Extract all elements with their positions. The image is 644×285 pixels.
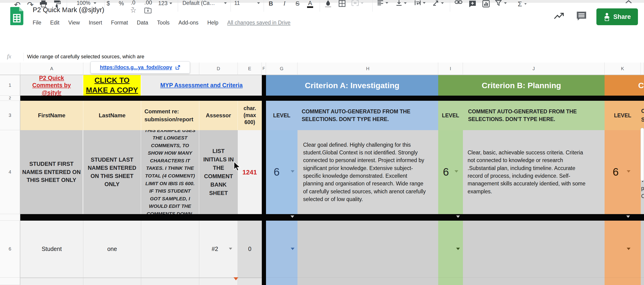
cell-g3-level[interactable]: LEVEL [266,101,298,130]
text-wrap-button[interactable] [412,0,428,5]
cell-l7[interactable] [641,278,644,285]
cell-a1[interactable]: P2 Quick Comments by @sjtylr [20,75,83,96]
sheets-logo-icon[interactable] [10,7,23,25]
cell-b6[interactable]: one [83,221,141,278]
cell-e6[interactable]: 0 [238,221,262,278]
cell-c4[interactable]: THIS EXAMPLE USES THE LONGEST COMMENTS, … [141,130,199,214]
col-header-d[interactable]: D [199,62,238,75]
cell-criterion-c-header[interactable]: Cr [604,75,644,96]
bold-button[interactable]: B [266,0,276,7]
text-color-button[interactable]: A [305,0,315,8]
cell-d6-dropdown-arrow[interactable] [229,248,232,250]
menu-insert[interactable]: Insert [89,19,102,26]
collapse-toolbar-button[interactable] [622,0,635,4]
cell-g6-dropdown-arrow[interactable] [291,248,294,250]
col-header-a[interactable]: A [20,62,83,75]
cell-i6-dropdown-arrow[interactable] [456,248,460,250]
cell-c6[interactable] [141,221,199,278]
cell-c3[interactable]: Comment re: submission/report [141,101,199,130]
increase-decimal-button[interactable]: .00 → [142,0,154,9]
row-header-7[interactable] [0,278,20,285]
col-header-k[interactable]: K [604,62,641,75]
col-header-e[interactable]: E [238,62,262,75]
paint-format-button[interactable] [52,0,62,8]
link-preview-url[interactable]: https://docs.g...ya_fodxl/copy [100,64,172,70]
select-all-corner[interactable] [0,62,20,75]
format-currency-button[interactable]: $ [103,0,114,7]
comment-history-icon[interactable] [576,11,587,21]
redo-button[interactable]: ↷ [25,0,36,9]
insert-chart-button[interactable] [480,0,492,7]
cell-l3-clipped[interactable]: C S [641,101,644,130]
filter-button[interactable] [493,0,509,6]
functions-button[interactable]: Σ [513,0,531,8]
cell-k6-level-c[interactable] [604,221,641,278]
cell-j7[interactable] [463,278,604,285]
cell-j4-comment-b[interactable]: Clear, basic, achievable success criteri… [463,130,604,214]
strikethrough-button[interactable]: S [292,0,302,7]
cell-i7[interactable] [438,278,463,285]
menu-addons[interactable]: Add-ons [178,19,198,26]
font-family-select[interactable]: Default (Ca… [182,0,227,6]
insert-link-button[interactable] [453,0,464,4]
cell-i3-level[interactable]: LEVEL [438,101,463,130]
cell-g4-dropdown-arrow[interactable] [291,170,294,173]
cell-b7[interactable] [83,278,141,285]
col-header-l[interactable] [641,62,644,75]
cell-b4[interactable]: STUDENT LAST NAMES ENTERED ON THIS SHEET… [83,130,141,214]
row-header-5[interactable] [0,214,20,221]
row-header-3[interactable]: 3 [0,101,20,130]
cell-d7[interactable] [199,278,238,285]
menu-view[interactable]: View [68,19,80,26]
horizontal-align-button[interactable] [375,0,390,5]
cell-a7[interactable] [20,278,83,285]
cell-criterion-a-header[interactable]: Criterion A: Investigating [266,75,438,96]
cell-g7[interactable] [266,278,298,285]
explore-trend-icon[interactable] [554,12,565,20]
menu-edit[interactable]: Edit [50,19,60,26]
cell-criterion-b-header[interactable]: Criterion B: Planning [438,75,604,96]
decrease-decimal-button[interactable]: .0 ← [128,0,138,9]
merge-cells-button[interactable] [350,0,364,6]
menu-help[interactable]: Help [207,19,218,26]
col-header-i[interactable]: I [438,62,463,75]
cell-k4-dropdown-arrow[interactable] [627,170,630,173]
cell-e3[interactable]: char. (max 600) [238,101,262,130]
undo-button[interactable]: ↶ [12,0,22,9]
menu-tools[interactable]: Tools [157,19,170,26]
cell-c7[interactable] [141,278,199,285]
menu-file[interactable]: File [33,19,41,26]
zoom-select[interactable]: 100% [72,0,102,6]
formula-input[interactable]: Wide range of carefully selected sources… [27,54,144,60]
cell-i4-dropdown-arrow[interactable] [454,170,458,173]
cell-k3-level[interactable]: LEVEL [604,101,641,130]
row-header-1[interactable]: 1 [0,75,20,96]
cell-k4-level-c[interactable]: 6 [604,130,641,214]
col-header-j[interactable]: J [463,62,604,75]
print-button[interactable] [38,0,48,7]
italic-button[interactable]: I [280,0,289,7]
menu-format[interactable]: Format [111,19,128,26]
cell-d4[interactable]: LIST INITIALS IN THE COMMENT BANK SHEET [199,130,238,214]
cell-a4[interactable]: STUDENT FIRST NAMES ENTERED ON THIS SHEE… [20,130,83,214]
cell-l6[interactable] [641,221,644,278]
cell-b3[interactable]: LastName [83,101,141,130]
format-percent-button[interactable]: % [116,0,126,7]
vertical-align-button[interactable] [394,0,409,6]
cell-h4-comment-a[interactable]: Clear goal defined. Highly challenging f… [298,130,438,214]
more-formats-button[interactable]: 123 [156,0,174,6]
cell-c1-myp-link[interactable]: MYP Assessment and Criteria [141,75,262,96]
open-in-new-icon[interactable] [175,65,180,70]
cell-k7[interactable] [604,278,641,285]
text-rotation-button[interactable] [431,0,446,6]
row-header-6[interactable]: 6 [0,221,20,278]
cell-k6-dropdown-arrow[interactable] [627,248,630,250]
cell-h3-comment-header[interactable]: COMMENT AUTO-GENERATED FROM THE SELECTIO… [298,101,438,130]
saved-status[interactable]: All changes saved in Drive [227,19,290,26]
cell-j6-comment-b[interactable] [463,221,604,278]
col-header-h[interactable]: H [298,62,438,75]
cell-h6-comment-a[interactable] [298,221,438,278]
row-header-4[interactable]: 4 [0,130,20,214]
cell-j3-comment-header[interactable]: COMMENT AUTO-GENERATED FROM THE SELECTIO… [463,101,604,130]
menu-data[interactable]: Data [137,19,148,26]
